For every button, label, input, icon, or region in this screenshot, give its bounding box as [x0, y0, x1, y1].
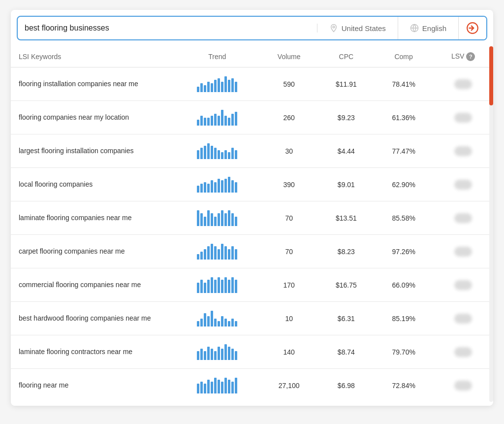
chart-bar [224, 344, 227, 360]
chart-bar [204, 146, 206, 159]
chart-bar [231, 349, 234, 360]
trend-cell [175, 235, 260, 268]
volume-cell: 170 [260, 268, 318, 302]
login-button[interactable] [459, 17, 486, 39]
chart-bar [197, 283, 199, 293]
chart-bar [228, 321, 230, 326]
comp-cell: 78.41% [374, 67, 433, 101]
keyword-cell[interactable]: best hardwood flooring companies near me [11, 302, 175, 335]
search-input[interactable] [25, 24, 310, 33]
chart-bar [207, 246, 210, 260]
chart-bar [204, 85, 206, 92]
trend-cell [175, 134, 260, 168]
keyword-cell[interactable]: largest flooring installation companies [11, 134, 175, 168]
trend-cell [175, 67, 260, 101]
table-row: carpet flooring companies near me70$8.23… [11, 235, 493, 268]
comp-cell: 77.47% [374, 134, 433, 168]
trend-chart [197, 141, 237, 159]
chart-bar [211, 146, 213, 159]
lsv-cell [433, 235, 493, 268]
chart-bar [231, 213, 234, 226]
lsv-value [454, 79, 472, 89]
chart-bar [207, 280, 210, 293]
table-row: laminate flooring companies near me70$13… [11, 201, 493, 235]
chart-bar [207, 143, 210, 159]
chart-bar [218, 213, 220, 226]
volume-cell: 260 [260, 101, 318, 134]
chart-bar [207, 118, 210, 126]
keyword-cell[interactable]: flooring installation companies near me [11, 67, 175, 101]
chart-bar [200, 148, 203, 159]
comp-cell: 66.09% [374, 268, 433, 302]
chart-bar [197, 186, 199, 193]
trend-chart [197, 208, 237, 226]
keyword-cell[interactable]: flooring near me [11, 369, 175, 402]
keyword-cell[interactable]: flooring companies near my location [11, 101, 175, 134]
chart-bar [204, 283, 206, 293]
search-bar: United States English [17, 16, 487, 40]
chart-bar [228, 280, 230, 293]
chart-bar [200, 280, 203, 293]
chart-bar [221, 82, 223, 92]
col-header-volume: Volume [260, 46, 318, 67]
lsv-value [454, 180, 472, 190]
trend-cell [175, 101, 260, 134]
chart-bar [200, 83, 203, 92]
chart-bar [200, 319, 203, 326]
lsv-cell [433, 335, 493, 369]
chart-bar [214, 217, 217, 226]
keyword-cell[interactable]: local flooring companies [11, 168, 175, 201]
cpc-cell: $8.74 [318, 335, 374, 369]
chart-bar [231, 246, 234, 260]
trend-chart [197, 108, 237, 126]
lsv-value [454, 113, 472, 123]
chart-bar [214, 280, 217, 293]
keyword-cell[interactable]: laminate flooring companies near me [11, 201, 175, 235]
volume-cell: 70 [260, 235, 318, 268]
chart-bar [214, 319, 217, 326]
chart-bar [214, 182, 217, 193]
chart-bar [228, 380, 230, 393]
trend-cell [175, 268, 260, 302]
comp-cell: 79.70% [374, 335, 433, 369]
language-label: English [422, 24, 446, 33]
chart-bar [211, 213, 213, 226]
keyword-cell[interactable]: commercial flooring companies near me [11, 268, 175, 302]
scrollbar-track [489, 46, 493, 402]
lsv-help-icon[interactable]: ? [466, 52, 475, 61]
chart-bar [235, 351, 237, 360]
keyword-cell[interactable]: carpet flooring companies near me [11, 235, 175, 268]
language-selector[interactable]: English [398, 17, 459, 39]
lsv-cell [433, 67, 493, 101]
location-selector[interactable]: United States [317, 17, 398, 39]
chart-bar [197, 210, 199, 226]
location-icon [329, 24, 338, 33]
chart-bar [235, 280, 237, 293]
chart-bar [214, 351, 217, 360]
chart-bar [224, 246, 227, 260]
lsv-cell [433, 201, 493, 235]
main-container: United States English LSI Keywords Trend [11, 10, 493, 406]
scrollbar-thumb[interactable] [489, 46, 493, 105]
chart-bar [214, 246, 217, 260]
chart-bar [214, 114, 217, 126]
lsv-cell [433, 302, 493, 335]
chart-bar [228, 177, 230, 193]
col-header-lsv: LSV ? [433, 46, 493, 67]
chart-bar [224, 179, 227, 193]
keyword-cell[interactable]: laminate flooring contractors near me [11, 335, 175, 369]
volume-cell: 590 [260, 67, 318, 101]
chart-bar [211, 311, 213, 326]
chart-bar [197, 321, 199, 326]
table-row: best hardwood flooring companies near me… [11, 302, 493, 335]
chart-bar [207, 210, 210, 226]
table-row: largest flooring installation companies3… [11, 134, 493, 168]
chart-bar [200, 349, 203, 360]
svg-point-0 [333, 26, 335, 28]
chart-bar [224, 76, 227, 92]
chart-bar [221, 244, 223, 260]
chart-bar [228, 249, 230, 260]
lsv-label: LSV [451, 52, 464, 60]
comp-cell: 97.26% [374, 235, 433, 268]
table-row: local flooring companies390$9.0162.90% [11, 168, 493, 201]
